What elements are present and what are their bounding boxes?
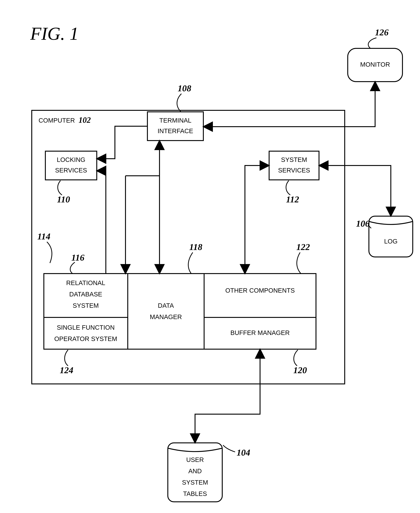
rds-l1: RELATIONAL: [66, 279, 105, 286]
user-tables-l4: TABLES: [183, 490, 207, 497]
other-components-box: [204, 274, 316, 317]
sfo-l2: OPERATOR SYSTEM: [54, 335, 117, 342]
rds-ref: 116: [71, 253, 84, 262]
user-tables-l3: SYSTEM: [182, 479, 208, 486]
monitor-lead: [368, 38, 376, 48]
log-label: LOG: [384, 238, 398, 245]
data-manager-ref: 118: [189, 242, 202, 252]
other-components-label: OTHER COMPONENTS: [225, 287, 295, 294]
monitor-ref: 126: [375, 27, 389, 37]
svg-rect-0: [369, 216, 413, 257]
system-services-box: [269, 151, 319, 180]
subsystem-ref: 114: [37, 231, 51, 241]
figure-title: FIG. 1: [30, 23, 79, 44]
buffer-manager-ref: 120: [293, 365, 307, 375]
buffer-manager-label: BUFFER MANAGER: [230, 329, 290, 336]
computer-ref: 102: [79, 115, 91, 125]
system-services-l1: SYSTEM: [281, 156, 307, 163]
monitor-label: MONITOR: [360, 61, 390, 68]
locking-services-ref: 110: [57, 194, 70, 204]
terminal-interface-box: [147, 112, 203, 141]
locking-services-l1: LOCKING: [57, 156, 85, 163]
user-tables-ref: 104: [237, 447, 250, 458]
terminal-interface-ref: 108: [178, 83, 191, 93]
user-tables-lead: [223, 445, 235, 452]
other-components-ref: 122: [296, 242, 310, 252]
terminal-interface-lead: [177, 94, 181, 112]
data-manager-l2: MANAGER: [150, 313, 182, 320]
user-tables-l2: AND: [188, 468, 202, 475]
log-cylinder: [369, 216, 413, 257]
sfo-box: [44, 317, 128, 349]
terminal-interface-l1: TERMINAL: [159, 117, 191, 124]
locking-services-l2: SERVICES: [55, 167, 87, 174]
system-services-l2: SERVICES: [278, 167, 310, 174]
terminal-interface-l2: INTERFACE: [158, 127, 193, 134]
rds-l2: DATABASE: [69, 291, 102, 298]
system-services-ref: 112: [286, 194, 299, 204]
locking-services-box: [45, 151, 97, 180]
data-manager-box: [128, 274, 204, 349]
data-manager-l1: DATA: [158, 302, 174, 309]
rds-l3: SYSTEM: [73, 302, 99, 309]
log-ref: 106: [356, 219, 370, 229]
user-tables-l1: USER: [186, 456, 204, 463]
computer-label: COMPUTER: [38, 117, 75, 124]
sfo-l1: SINGLE FUNCTION: [57, 324, 115, 331]
sfo-ref: 124: [60, 365, 73, 375]
